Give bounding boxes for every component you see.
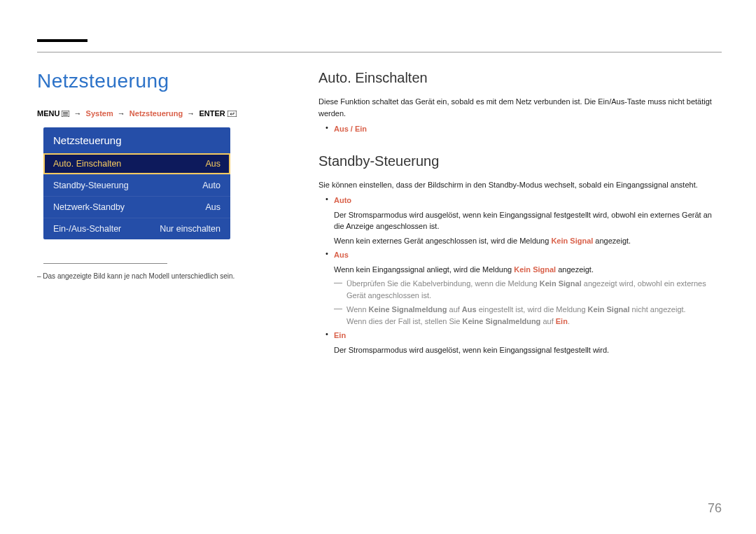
- page-number: 76: [708, 501, 722, 516]
- text-ksm: Keine Signalmeldung: [462, 317, 540, 325]
- section-body: Diese Funktion schaltet das Gerät ein, s…: [318, 96, 722, 119]
- sub-text: Der Stromsparmodus wird ausgelöst, wenn …: [334, 209, 722, 232]
- bullet-dot-icon: •: [318, 195, 334, 206]
- text-aus: Aus: [462, 305, 477, 314]
- menu-item-label: Netzwerk-Standby: [53, 202, 125, 212]
- bullet-value: Aus / Ein: [334, 125, 367, 133]
- menu-item-label: Auto. Einschalten: [53, 159, 121, 169]
- enter-icon: [227, 111, 237, 118]
- text-fragment: angezeigt.: [556, 265, 594, 274]
- bullet-dot-icon: •: [318, 330, 334, 342]
- bullet-item-auto: • Auto: [318, 195, 722, 206]
- menu-header: Netzsteuerung: [43, 127, 230, 153]
- menu-box: Netzsteuerung Auto. Einschalten Aus Stan…: [43, 127, 230, 239]
- section-title-standby-steuerung: Standby-Steuerung: [318, 153, 722, 169]
- menu-item-auto-einschalten[interactable]: Auto. Einschalten Aus: [43, 153, 230, 174]
- menu-item-value: Aus: [205, 159, 220, 169]
- sub-text: Wenn kein Eingangssignal anliegt, wird d…: [334, 264, 722, 276]
- menu-item-value: Auto: [202, 181, 220, 190]
- breadcrumb-system: System: [86, 109, 113, 118]
- dash-text: Überprüfen Sie die Kabelverbindung, wenn…: [346, 278, 722, 301]
- svg-rect-4: [227, 111, 237, 117]
- breadcrumb-enter: ENTER: [199, 109, 225, 118]
- bullet-label: Aus: [334, 251, 349, 259]
- menu-item-label: Standby-Steuerung: [53, 181, 129, 190]
- text-kein-signal: Kein Signal: [540, 279, 582, 288]
- dash-icon: ―: [334, 304, 346, 327]
- bullet-item-ein: • Ein: [318, 330, 722, 342]
- text-fragment: auf: [540, 317, 555, 325]
- menu-item-label: Ein-/Aus-Schalter: [53, 224, 121, 234]
- menu-item-standby-steuerung[interactable]: Standby-Steuerung Auto: [43, 174, 230, 196]
- text-fragment: .: [568, 317, 570, 325]
- page-title: Netzsteuerung: [37, 70, 169, 92]
- breadcrumb-netzsteuerung: Netzsteuerung: [130, 109, 183, 118]
- text-fragment: Wenn kein Eingangssignal anliegt, wird d…: [334, 265, 514, 274]
- bullet-dot-icon: •: [318, 249, 334, 261]
- text-kein-signal: Kein Signal: [551, 237, 593, 245]
- dash-note: ― Wenn Keine Signalmeldung auf Aus einge…: [334, 304, 722, 327]
- menu-item-value: Aus: [205, 202, 220, 212]
- text-fragment: nicht angezeigt.: [630, 305, 686, 314]
- text-fragment: Wenn dies der Fall ist, stellen Sie: [346, 317, 462, 325]
- section-body: Sie können einstellen, dass der Bildschi…: [318, 179, 722, 191]
- text-fragment: Wenn kein externes Gerät angeschlossen i…: [334, 237, 551, 245]
- bullet-item-aus: • Aus: [318, 249, 722, 261]
- text-fragment: auf: [447, 305, 461, 314]
- breadcrumb: MENU → System → Netzsteuerung → ENTER: [37, 109, 237, 118]
- text-kein-signal: Kein Signal: [588, 305, 630, 314]
- header-divider: [37, 52, 722, 52]
- menu-item-netzwerk-standby[interactable]: Netzwerk-Standby Aus: [43, 196, 230, 218]
- menu-item-ein-aus-schalter[interactable]: Ein-/Aus-Schalter Nur einschalten: [43, 218, 230, 239]
- text-fragment: Wenn: [346, 305, 369, 314]
- sub-text: Der Stromsparmodus wird ausgelöst, wenn …: [334, 344, 722, 356]
- text-fragment: Überprüfen Sie die Kabelverbindung, wenn…: [346, 279, 540, 288]
- bullet-label: Auto: [334, 196, 351, 204]
- content-area: Auto. Einschalten Diese Funktion schalte…: [318, 70, 722, 358]
- arrow-icon: →: [118, 109, 125, 118]
- menu-note: – Das angezeigte Bild kann je nach Model…: [37, 272, 234, 280]
- arrow-icon: →: [187, 109, 195, 118]
- text-fragment: angezeigt.: [593, 237, 631, 245]
- section-title-auto-einschalten: Auto. Einschalten: [318, 70, 722, 86]
- breadcrumb-menu: MENU: [37, 109, 59, 118]
- text-fragment: eingestellt ist, wird die Meldung: [477, 305, 588, 314]
- text-kein-signal: Kein Signal: [514, 265, 556, 274]
- menu-item-value: Nur einschalten: [160, 224, 220, 234]
- dash-text: Wenn Keine Signalmeldung auf Aus eingest…: [346, 304, 722, 327]
- bullet-item: • Aus / Ein: [318, 123, 722, 135]
- bullet-label: Ein: [334, 331, 346, 339]
- menu-icon: [62, 111, 69, 118]
- text-ein: Ein: [556, 317, 568, 325]
- bullet-dot-icon: •: [318, 123, 334, 135]
- sub-text: Wenn kein externes Gerät angeschlossen i…: [334, 235, 722, 247]
- arrow-icon: →: [74, 109, 82, 118]
- text-ksm: Keine Signalmeldung: [369, 305, 447, 314]
- header-accent-bar: [37, 39, 88, 42]
- dash-icon: ―: [334, 278, 346, 301]
- note-divider: [43, 263, 167, 264]
- dash-note: ― Überprüfen Sie die Kabelverbindung, we…: [334, 278, 722, 301]
